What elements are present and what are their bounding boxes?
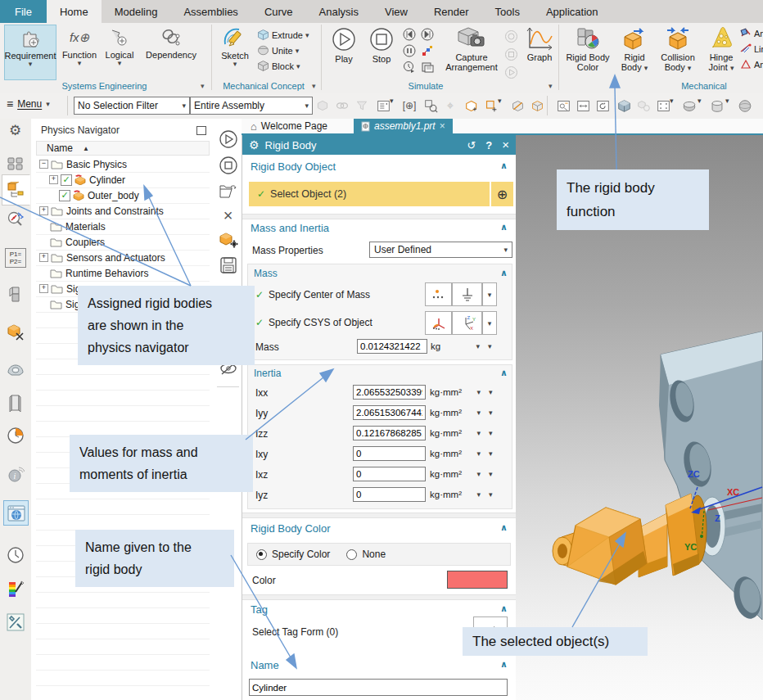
rail-move-body-icon[interactable]: [218, 230, 238, 251]
expand-node-icon[interactable]: +: [39, 253, 48, 262]
snap-point-icon[interactable]: [314, 97, 331, 114]
tab-assemblies[interactable]: Assemblies: [170, 0, 251, 23]
tab-curve[interactable]: Curve: [251, 0, 306, 23]
tree-row-runtime-behaviors[interactable]: Runtime Behaviors: [36, 265, 210, 282]
selection-filter-combo[interactable]: No Selection Filter▾: [74, 97, 190, 115]
rigid-body-color-button[interactable]: Rigid BodyColor: [562, 25, 614, 79]
window-measure-icon[interactable]: [555, 97, 571, 114]
view-list-icon[interactable]: [375, 97, 391, 114]
close-dialog-icon[interactable]: ×: [502, 139, 509, 151]
extrude-button[interactable]: Extrude▾: [257, 27, 309, 43]
graph-button[interactable]: Graph: [522, 25, 557, 79]
ixz-field-options[interactable]: ▾: [486, 466, 499, 482]
specify-center-of-mass-row[interactable]: ✓ Specify Center of Mass: [255, 289, 370, 300]
tab-render[interactable]: Render: [421, 0, 482, 23]
section-mass-inertia[interactable]: Mass and Inertia: [251, 222, 329, 234]
expand-node-icon[interactable]: +: [39, 284, 48, 293]
show-rigid-body-icon[interactable]: [463, 97, 480, 114]
sketch-button[interactable]: Sketch ▾: [216, 25, 254, 79]
ixy-unit-combo[interactable]: kg·mm²▾: [427, 445, 483, 462]
rigid-body-button[interactable]: RigidBody ▾: [616, 25, 653, 79]
point-snap-icon[interactable]: ⌖: [442, 97, 458, 114]
specify-csys-row[interactable]: ✓ Specify CSYS of Object: [255, 317, 372, 328]
point-dialog-button[interactable]: ⊕: [491, 182, 513, 206]
stop-record-icon[interactable]: [504, 47, 518, 61]
ixy-input[interactable]: [353, 446, 426, 461]
mass-field-options[interactable]: ▾: [485, 338, 499, 355]
logical-button[interactable]: Logical ▾: [102, 25, 138, 79]
window-resize-icon[interactable]: [575, 97, 591, 114]
tree-row-couplers[interactable]: Couplers: [36, 234, 210, 251]
tab-welcome-page[interactable]: ⌂ Welcome Page: [243, 119, 335, 133]
close-tab-icon[interactable]: ×: [440, 120, 445, 132]
tab-modeling[interactable]: Modeling: [102, 0, 171, 23]
info-icon[interactable]: i: [3, 463, 27, 486]
section-rigid-body-color[interactable]: Rigid Body Color: [251, 522, 331, 535]
shaded-cube-icon[interactable]: [616, 97, 632, 114]
inferred-point-button[interactable]: [452, 282, 482, 306]
window-refresh-icon[interactable]: [594, 97, 611, 114]
subsection-inertia[interactable]: Inertia: [254, 368, 281, 379]
collapse-section-icon[interactable]: ∧: [500, 603, 508, 614]
tree-row-basic-physics[interactable]: − Basic Physics: [36, 156, 210, 173]
requirement-button[interactable]: Requirement ▾: [4, 25, 56, 80]
expand-node-icon[interactable]: +: [49, 175, 58, 184]
reset-icon[interactable]: ↺: [467, 139, 476, 151]
go-to-start-icon[interactable]: [403, 28, 416, 41]
collapse-node-icon[interactable]: −: [39, 160, 48, 169]
link-icon[interactable]: [334, 97, 350, 114]
rail-play-icon[interactable]: [218, 129, 238, 149]
selection-scope-combo[interactable]: Entire Assembly▾: [190, 97, 313, 115]
tab-application[interactable]: Application: [533, 0, 612, 23]
fixture-icon[interactable]: [3, 358, 27, 382]
ixz-unit-combo[interactable]: kg·mm²▾: [427, 466, 483, 482]
iyy-input[interactable]: [353, 405, 426, 420]
simulation-time-icon[interactable]: [403, 61, 416, 74]
play-record-icon[interactable]: [504, 65, 518, 79]
mass-unit-combo[interactable]: kg ▾: [428, 338, 482, 355]
rotate-body-icon[interactable]: [529, 97, 545, 114]
collapse-section-icon[interactable]: ∧: [500, 659, 508, 670]
tab-file[interactable]: File: [0, 0, 47, 23]
assembly-navigator-icon[interactable]: [3, 151, 27, 175]
physics-navigator-tab-icon[interactable]: [2, 174, 30, 205]
part-navigator-icon[interactable]: [3, 282, 27, 306]
izz-unit-combo[interactable]: kg·mm²▾: [427, 425, 483, 441]
tree-row-outer-body[interactable]: ✓ Outer_body: [36, 187, 210, 204]
catalog-icon[interactable]: [3, 391, 27, 414]
block-button[interactable]: Block▾: [257, 58, 309, 74]
point-options-dropdown[interactable]: ▾: [482, 282, 497, 306]
sphere-view-icon[interactable]: [737, 97, 753, 114]
collapse-section-icon[interactable]: ∧: [500, 268, 508, 278]
izz-input[interactable]: [353, 426, 426, 440]
tab-home[interactable]: Home: [47, 0, 102, 23]
play-button[interactable]: Play: [326, 25, 362, 79]
angle-button[interactable]: Ang: [740, 59, 763, 70]
ixy-field-options[interactable]: ▾: [486, 445, 499, 462]
rail-open-icon[interactable]: [218, 181, 238, 201]
expressions-icon[interactable]: P1=P2=: [5, 248, 26, 268]
point-constructor-button[interactable]: [425, 282, 452, 306]
dialog-title-bar[interactable]: ⚙ Rigid Body ↺ ? ×: [242, 135, 516, 155]
iyz-field-options[interactable]: ▾: [486, 486, 499, 503]
hinge-joint-button[interactable]: HingeJoint ▾: [702, 25, 740, 79]
pause-icon[interactable]: [403, 44, 416, 57]
color-tool-icon[interactable]: [3, 577, 27, 601]
function-button[interactable]: fx⊕ Function ▾: [59, 25, 100, 79]
section-tag[interactable]: Tag: [251, 603, 268, 616]
group-launcher-icon[interactable]: ▾: [201, 82, 205, 90]
radio-none[interactable]: [346, 549, 357, 560]
dropdown-icon[interactable]: ▾: [390, 97, 396, 114]
name-input[interactable]: [249, 679, 508, 696]
izz-field-options[interactable]: ▾: [486, 425, 499, 441]
section-name[interactable]: Name: [251, 659, 279, 671]
collision-body-button[interactable]: CollisionBody ▾: [655, 25, 701, 79]
gear-icon[interactable]: ⚙: [3, 119, 27, 142]
window-dots-icon[interactable]: [655, 97, 671, 114]
dropdown-icon[interactable]: ▾: [725, 97, 732, 114]
unite-button[interactable]: Unite▾: [257, 43, 309, 58]
iyy-field-options[interactable]: ▾: [486, 404, 499, 421]
rail-delete-icon[interactable]: ×: [218, 205, 238, 226]
find-component-icon[interactable]: [422, 97, 439, 114]
csys-options-dropdown[interactable]: ▾: [482, 311, 497, 335]
